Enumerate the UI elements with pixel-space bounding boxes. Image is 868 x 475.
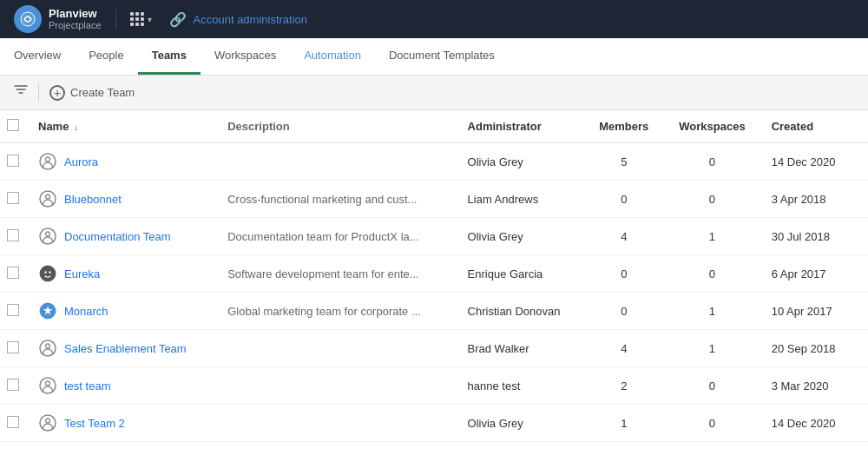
row-name-5: Sales Enablement Team bbox=[28, 330, 217, 367]
row-workspaces-0: 0 bbox=[663, 143, 760, 181]
team-name-link-7[interactable]: Test Team 2 bbox=[64, 417, 125, 430]
row-select-checkbox-0[interactable] bbox=[7, 155, 19, 167]
tab-document-templates[interactable]: Document Templates bbox=[375, 38, 509, 75]
table-row: test team hanne test 2 0 3 Mar 2020 bbox=[0, 367, 868, 405]
row-description-5 bbox=[217, 330, 457, 367]
row-description-3: Software development team for ente... bbox=[217, 255, 457, 293]
logo[interactable]: Planview Projectplace bbox=[14, 5, 102, 33]
team-icon-5 bbox=[38, 339, 57, 358]
row-workspaces-6: 0 bbox=[663, 367, 760, 405]
teams-table-container: Name ↓ Description Administrator Members… bbox=[0, 110, 868, 442]
team-icon-0 bbox=[38, 152, 57, 171]
row-created-7: 14 Dec 2020 bbox=[761, 405, 868, 442]
row-description-0 bbox=[217, 143, 457, 181]
row-members-7: 1 bbox=[584, 405, 663, 442]
svg-point-8 bbox=[44, 271, 46, 273]
team-name-link-0[interactable]: Aurora bbox=[64, 155, 98, 168]
row-members-6: 2 bbox=[584, 367, 663, 405]
row-checkbox-3 bbox=[0, 255, 28, 293]
row-select-checkbox-1[interactable] bbox=[7, 192, 19, 204]
row-created-1: 3 Apr 2018 bbox=[761, 181, 868, 218]
svg-point-16 bbox=[46, 419, 50, 423]
row-select-checkbox-6[interactable] bbox=[7, 379, 19, 391]
team-name-link-2[interactable]: Documentation Team bbox=[64, 230, 171, 243]
row-checkbox-2 bbox=[0, 218, 28, 255]
row-administrator-5: Brad Walker bbox=[457, 330, 585, 367]
row-members-0: 5 bbox=[584, 143, 663, 181]
row-created-0: 14 Dec 2020 bbox=[761, 143, 868, 181]
tab-automation[interactable]: Automation bbox=[290, 38, 375, 75]
row-checkbox-1 bbox=[0, 181, 28, 218]
team-icon-1 bbox=[38, 189, 57, 208]
team-name-link-4[interactable]: Monarch bbox=[64, 305, 108, 318]
row-created-5: 20 Sep 2018 bbox=[761, 330, 868, 367]
row-workspaces-5: 1 bbox=[663, 330, 760, 367]
row-members-3: 0 bbox=[584, 255, 663, 293]
table-row: Documentation Team Documentation team fo… bbox=[0, 218, 868, 255]
row-select-checkbox-5[interactable] bbox=[7, 341, 19, 353]
row-name-6: test team bbox=[28, 367, 217, 405]
team-icon-4 bbox=[38, 301, 57, 320]
table-row: Eureka Software development team for ent… bbox=[0, 255, 868, 293]
row-checkbox-5 bbox=[0, 330, 28, 367]
col-administrator-header: Administrator bbox=[457, 110, 585, 143]
teams-table: Name ↓ Description Administrator Members… bbox=[0, 110, 868, 442]
apps-icon[interactable]: ▾ bbox=[130, 12, 152, 26]
svg-point-4 bbox=[46, 195, 50, 199]
toolbar: + Create Team bbox=[0, 76, 868, 110]
table-row: Test Team 2 Olivia Grey 1 0 14 Dec 2020 bbox=[0, 405, 868, 442]
team-name-link-1[interactable]: Bluebonnet bbox=[64, 193, 122, 206]
row-created-3: 6 Apr 2017 bbox=[761, 255, 868, 293]
navbar: Planview Projectplace ▾ 🔗 Account admini… bbox=[0, 0, 868, 38]
row-checkbox-0 bbox=[0, 143, 28, 181]
row-checkbox-7 bbox=[0, 405, 28, 442]
team-icon-6 bbox=[38, 376, 57, 395]
row-created-6: 3 Mar 2020 bbox=[761, 367, 868, 405]
row-administrator-6: hanne test bbox=[457, 367, 585, 405]
row-administrator-3: Enrique Garcia bbox=[457, 255, 585, 293]
svg-point-12 bbox=[46, 344, 50, 348]
row-description-6 bbox=[217, 367, 457, 405]
team-icon-2 bbox=[38, 227, 57, 246]
team-name-link-3[interactable]: Eureka bbox=[64, 267, 100, 280]
row-workspaces-2: 1 bbox=[663, 218, 760, 255]
row-select-checkbox-4[interactable] bbox=[7, 304, 19, 316]
row-administrator-2: Olivia Grey bbox=[457, 218, 585, 255]
apps-grid bbox=[130, 12, 144, 26]
tab-people[interactable]: People bbox=[75, 38, 137, 75]
create-team-label: Create Team bbox=[70, 86, 135, 99]
filter-icon[interactable] bbox=[14, 85, 28, 100]
nav-divider-1 bbox=[115, 9, 116, 30]
row-select-checkbox-2[interactable] bbox=[7, 229, 19, 241]
row-workspaces-7: 0 bbox=[663, 405, 760, 442]
tab-workspaces[interactable]: Workspaces bbox=[201, 38, 290, 75]
team-name-link-5[interactable]: Sales Enablement Team bbox=[64, 342, 187, 355]
tab-teams[interactable]: Teams bbox=[138, 38, 201, 75]
row-name-7: Test Team 2 bbox=[28, 405, 217, 442]
row-checkbox-6 bbox=[0, 367, 28, 405]
tabbar: Overview People Teams Workspaces Automat… bbox=[0, 38, 868, 76]
table-row: Monarch Global marketing team for corpor… bbox=[0, 293, 868, 330]
svg-point-0 bbox=[21, 12, 35, 26]
row-description-7 bbox=[217, 405, 457, 442]
table-header-row: Name ↓ Description Administrator Members… bbox=[0, 110, 868, 143]
row-name-4: Monarch bbox=[28, 293, 217, 330]
create-team-button[interactable]: + Create Team bbox=[49, 85, 135, 101]
sort-icon: ↓ bbox=[74, 122, 79, 132]
row-select-checkbox-3[interactable] bbox=[7, 267, 19, 279]
select-all-checkbox[interactable] bbox=[7, 119, 19, 131]
create-team-plus-icon: + bbox=[49, 85, 65, 101]
row-administrator-1: Liam Andrews bbox=[457, 181, 585, 218]
row-members-2: 4 bbox=[584, 218, 663, 255]
svg-point-7 bbox=[40, 266, 56, 281]
tab-overview[interactable]: Overview bbox=[14, 38, 75, 75]
col-checkbox-header bbox=[0, 110, 28, 143]
col-name-header[interactable]: Name ↓ bbox=[28, 110, 217, 143]
row-name-1: Bluebonnet bbox=[28, 181, 217, 218]
row-members-5: 4 bbox=[584, 330, 663, 367]
row-name-0: Aurora bbox=[28, 143, 217, 181]
team-name-link-6[interactable]: test team bbox=[64, 379, 110, 393]
svg-point-6 bbox=[46, 232, 50, 236]
svg-point-9 bbox=[49, 271, 50, 273]
row-select-checkbox-7[interactable] bbox=[7, 416, 19, 428]
